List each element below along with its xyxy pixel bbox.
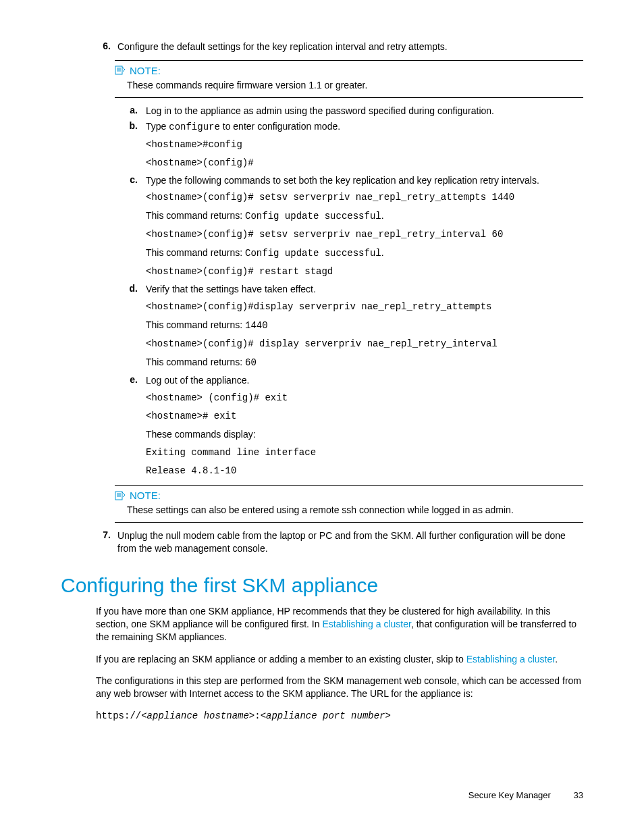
substep-text: Log in to the appliance as admin using t… — [146, 105, 583, 118]
text: Type — [146, 121, 169, 132]
substep-a: a. Log in to the appliance as admin usin… — [126, 105, 583, 118]
url-template: https://<appliance hostname>:<appliance … — [96, 710, 583, 723]
code-line: <hostname>(config)# setsv serverpriv nae… — [146, 228, 583, 242]
note-label: NOTE: — [130, 490, 161, 501]
substep-marker: b. — [126, 120, 138, 134]
code-line: <hostname> (config)# exit — [146, 391, 583, 405]
substep-b: b. Type configure to enter configuration… — [126, 120, 583, 134]
code-line: <hostname>(config)#display serverpriv na… — [146, 300, 583, 314]
note-label: NOTE: — [130, 65, 161, 76]
substep-text: Verify that the settings have taken effe… — [146, 283, 583, 296]
inline-code: Config update successful — [245, 211, 381, 221]
text: . — [555, 654, 558, 664]
paragraph: If you have more than one SKM appliance,… — [96, 605, 583, 644]
inline-code: 60 — [245, 357, 257, 368]
return-text: This command returns: 1440 — [146, 318, 583, 333]
link-establishing-cluster[interactable]: Establishing a cluster — [322, 619, 411, 629]
return-text: This command returns: 60 — [146, 355, 583, 370]
step-6: 6. Configure the default settings for th… — [96, 41, 583, 53]
inline-code: configure — [169, 122, 220, 132]
code-line: <hostname>#config — [146, 138, 583, 152]
text: to enter configuration mode. — [220, 121, 340, 132]
paragraph: The configurations in this step are perf… — [96, 675, 583, 700]
text: These commands display: — [146, 427, 583, 442]
step-text: Configure the default settings for the k… — [117, 41, 583, 53]
code-line: <hostname>(config)# setsv serverpriv nae… — [146, 190, 583, 205]
code-line: <hostname>(config)# — [146, 156, 583, 170]
section-heading: Configuring the first SKM appliance — [61, 574, 583, 597]
footer-title: Secure Key Manager — [468, 790, 551, 800]
substep-c: c. Type the following commands to set bo… — [126, 174, 583, 187]
substep-marker: e. — [126, 374, 138, 387]
note-block-1: NOTE: These commands require firmware ve… — [115, 60, 583, 98]
svg-rect-4 — [115, 492, 122, 500]
substep-marker: c. — [126, 174, 138, 187]
code-line: <hostname>(config)# restart stagd — [146, 265, 583, 279]
url-protocol: https:// — [96, 710, 141, 721]
code-line: <hostname># exit — [146, 409, 583, 423]
step-text: Unplug the null modem cable from the lap… — [117, 529, 583, 555]
substep-marker: d. — [126, 283, 138, 296]
substep-text: Type configure to enter configuration mo… — [146, 120, 583, 134]
inline-code: 1440 — [245, 320, 268, 331]
code-line: <hostname>(config)# display serverpriv n… — [146, 337, 583, 351]
url-port: <appliance port number> — [261, 710, 391, 721]
substep-text: Type the following commands to set both … — [146, 174, 583, 187]
text: If you are replacing an SKM appliance or… — [96, 654, 466, 664]
substep-e: e. Log out of the appliance. — [126, 374, 583, 387]
page-number: 33 — [574, 790, 583, 800]
step-number: 6. — [96, 41, 111, 53]
link-establishing-cluster[interactable]: Establishing a cluster — [466, 654, 556, 664]
substep-d: d. Verify that the settings have taken e… — [126, 283, 583, 296]
paragraph: If you are replacing an SKM appliance or… — [96, 653, 583, 666]
inline-code: Config update successful — [245, 248, 381, 259]
code-line: Release 4.8.1-10 — [146, 464, 583, 478]
text: This command returns: — [146, 210, 245, 221]
note-block-2: NOTE: These settings can also be entered… — [115, 485, 583, 523]
substep-text: Log out of the appliance. — [146, 374, 583, 387]
note-text: These settings can also be entered using… — [127, 504, 583, 517]
return-text: This command returns: Config update succ… — [146, 246, 583, 261]
note-icon — [115, 491, 126, 500]
return-text: This command returns: Config update succ… — [146, 209, 583, 224]
note-icon — [115, 66, 126, 75]
code-line: Exiting command line interface — [146, 446, 583, 460]
substep-marker: a. — [126, 105, 138, 118]
url-sep: : — [254, 710, 260, 721]
svg-rect-0 — [115, 66, 122, 74]
text: This command returns: — [146, 319, 245, 330]
url-hostname: <appliance hostname> — [141, 710, 254, 721]
page-footer: Secure Key Manager 33 — [468, 790, 583, 800]
note-text: These commands require firmware version … — [127, 79, 583, 92]
step-number: 7. — [96, 529, 111, 555]
text: This command returns: — [146, 357, 245, 367]
step-7: 7. Unplug the null modem cable from the … — [96, 529, 583, 555]
text: This command returns: — [146, 247, 245, 258]
